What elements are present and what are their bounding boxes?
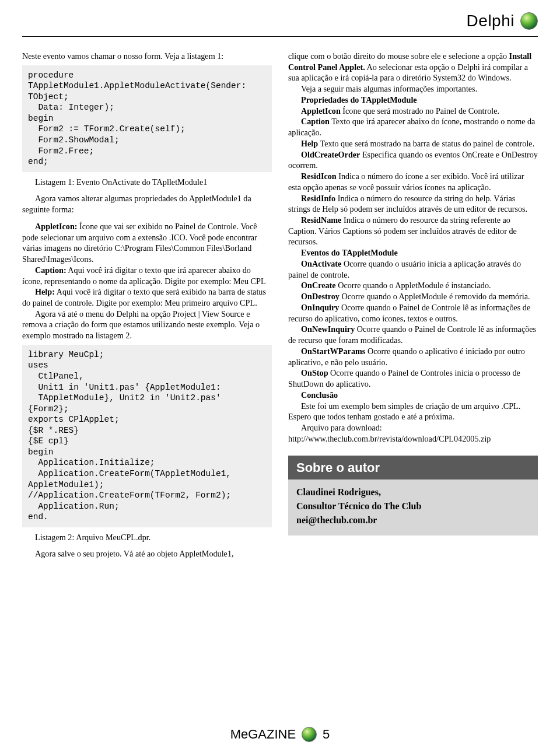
right-p2: Veja a seguir mais algumas informações i… (288, 83, 538, 94)
author-heading: Sobre o autor (288, 456, 538, 480)
ev-ondestroy-label: OnDestroy (301, 292, 340, 301)
magazine-name: MeGAZINE (230, 727, 296, 742)
label-appleticon: AppletIcon: (35, 222, 78, 231)
left-column: Neste evento vamos chamar o nosso form. … (22, 51, 272, 559)
ev-onstartwparams: OnStartWParams Ocorre quando o aplicativ… (288, 346, 538, 368)
ev-onstop-label: OnStop (301, 368, 328, 377)
ev-onstop: OnStop Ocorre quando o Painel de Control… (288, 368, 538, 389)
right-p1: clique com o botão direito do mouse sobr… (288, 51, 538, 83)
globe-icon (302, 727, 317, 742)
prop-appleticon: AppletIcon Ícone que será mostrado no Pa… (288, 106, 538, 117)
content-columns: Neste evento vamos chamar o nosso form. … (22, 51, 538, 559)
page-header: Delphi (22, 12, 538, 33)
prop-caption-label: Caption (301, 117, 330, 126)
right-p1a: clique com o botão direito do mouse sobr… (288, 51, 509, 61)
ev-onnewinquiry: OnNewInquiry Ocorre quando o Painel de C… (288, 324, 538, 345)
label-help: Help: (35, 287, 55, 296)
heading-eventos: Eventos do TAppletModule (288, 247, 538, 258)
left-p6: Agora salve o seu projeto. Vá até ao obj… (22, 548, 272, 559)
left-p1: Agora vamos alterar algumas propriedades… (22, 193, 272, 215)
prop-help-label: Help (301, 139, 318, 148)
label-caption: Caption: (35, 265, 66, 275)
prop-oco-label: OldCreateOrder (301, 150, 360, 159)
section-title: Delphi (467, 12, 514, 30)
help-para: Help: Aqui você irá digitar o texto que … (22, 286, 272, 308)
page-number: 5 (323, 727, 330, 742)
conclusao-p1: Este foi um exemplo bem simples de criaç… (288, 401, 538, 422)
listing-1-caption: Listagem 1: Evento OnActivate do TApllet… (22, 177, 272, 188)
listing-2-caption: Listagem 2: Arquivo MeuCPL.dpr. (22, 532, 272, 543)
author-role: Consultor Técnico do The Club (296, 499, 530, 513)
conclusao-p2: Arquivo para download: http://www.theclu… (288, 422, 538, 444)
appleticon-para: AppletIcon: Ícone que vai ser exibido no… (22, 221, 272, 265)
prop-residinfo-label: ResidInfo (301, 194, 335, 203)
right-column: clique com o botão direito do mouse sobr… (288, 51, 538, 559)
heading-conclusao: Conclusão (288, 390, 538, 401)
ev-onnewinquiry-label: OnNewInquiry (301, 324, 355, 334)
prop-appleticon-label: AppletIcon (301, 106, 341, 116)
author-name: Claudinei Rodrigues, (296, 485, 530, 499)
ev-onactivate-label: OnActivate (301, 259, 341, 268)
ev-oninquiry: OnInquiry Ocorre quando o Painel de Cont… (288, 302, 538, 324)
caption-para: Caption: Aqui você irá digitar o texto q… (22, 265, 272, 286)
prop-residicon-label: ResidIcon (301, 172, 337, 181)
prop-residname: ResidName Indica o número do resource da… (288, 215, 538, 247)
header-divider (22, 36, 538, 37)
code-listing-1: procedure TAppletModule1.AppletModuleAct… (22, 65, 272, 172)
author-mail: nei@theclub.com.br (296, 513, 530, 527)
left-intro: Neste evento vamos chamar o nosso form. … (22, 51, 272, 62)
left-p5: Agora vá até o menu do Delphi na opção P… (22, 309, 272, 341)
author-body: Claudinei Rodrigues, Consultor Técnico d… (288, 480, 538, 536)
ev-onstartwparams-label: OnStartWParams (301, 346, 365, 356)
ev-oncreate-text: Ocorre quando o AppletModule é instancia… (336, 281, 491, 290)
ev-onactivate: OnActivate Ocorre quando o usuário inici… (288, 258, 538, 280)
ev-ondestroy-text: Ocorre quando o AppletModule é removido … (340, 292, 530, 301)
ev-oncreate: OnCreate Ocorre quando o AppletModule é … (288, 280, 538, 291)
page-footer: MeGAZINE 5 (0, 727, 560, 742)
heading-propriedades: Propriedades do TAppletModule (288, 94, 538, 106)
prop-residicon: ResidIcon Indica o número do ícone a ser… (288, 171, 538, 192)
ev-ondestroy: OnDestroy Ocorre quando o AppletModule é… (288, 291, 538, 302)
ev-oncreate-label: OnCreate (301, 281, 336, 290)
ev-oninquiry-label: OnInquiry (301, 303, 339, 312)
prop-residinfo: ResidInfo Indica o número do resource da… (288, 193, 538, 215)
prop-residname-label: ResidName (301, 215, 341, 225)
prop-caption: Caption Texto que irá aparecer abaixo do… (288, 116, 538, 138)
prop-help: Help Texto que será mostrado na barra de… (288, 138, 538, 149)
code-listing-2: library MeuCpl; uses CtlPanel, Unit1 in … (22, 345, 272, 527)
prop-help-text: Texto que será mostrado na barra de stat… (318, 139, 534, 148)
text-help: Aqui você irá digitar o texto que será e… (22, 287, 266, 307)
prop-oldcreateorder: OldCreateOrder Especifica quando os even… (288, 149, 538, 171)
prop-appleticon-text: Ícone que será mostrado no Painel de Con… (341, 106, 499, 116)
globe-icon (520, 12, 538, 30)
